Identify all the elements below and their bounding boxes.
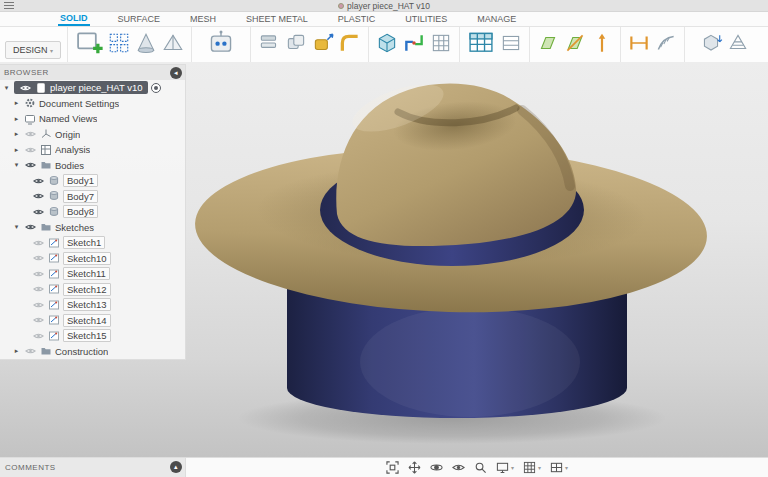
browser-item-body8[interactable]: Body8 bbox=[0, 204, 185, 220]
browser-item-construction[interactable]: ▸ Construction bbox=[0, 344, 185, 360]
tab-utilities[interactable]: UTILITIES bbox=[403, 12, 449, 26]
configuration-table-button[interactable] bbox=[466, 30, 496, 56]
folder-icon bbox=[40, 221, 52, 233]
design-workspace-dropdown[interactable]: DESIGN ▾ bbox=[5, 41, 61, 59]
combine-button[interactable] bbox=[284, 30, 308, 56]
browser-item-sketch13[interactable]: Sketch13 bbox=[0, 297, 185, 313]
visibility-eye-icon[interactable] bbox=[24, 146, 37, 154]
collapse-icon[interactable]: ▾ bbox=[12, 223, 21, 231]
press-pull-button[interactable] bbox=[311, 30, 335, 56]
browser-item-label: Construction bbox=[55, 346, 108, 357]
body-icon bbox=[48, 206, 60, 218]
visibility-eye-icon[interactable] bbox=[32, 192, 45, 200]
browser-item-document-settings[interactable]: ▸ Document Settings bbox=[0, 96, 185, 112]
browser-item-label: Sketch13 bbox=[63, 298, 111, 311]
joint-button[interactable] bbox=[402, 30, 426, 56]
bottom-bar: COMMENTS ▴ ▾ ▾ bbox=[0, 457, 768, 477]
configuration-list-button[interactable] bbox=[499, 30, 523, 56]
browser-item-sketch12[interactable]: Sketch12 bbox=[0, 282, 185, 298]
fusion-window: player piece_HAT v10 SOLID SURFACE MESH … bbox=[0, 0, 768, 477]
expand-icon[interactable]: ▸ bbox=[12, 130, 21, 138]
collapse-icon[interactable]: ▾ bbox=[12, 161, 21, 169]
browser-item-named-views[interactable]: ▸ Named Views bbox=[0, 111, 185, 127]
look-at-button[interactable] bbox=[452, 461, 465, 474]
tab-mesh[interactable]: MESH bbox=[188, 12, 218, 26]
orbit-button[interactable] bbox=[430, 461, 443, 474]
section-analysis-button[interactable] bbox=[654, 30, 678, 56]
visibility-eye-icon[interactable] bbox=[32, 239, 45, 247]
sketch-primitives-icon bbox=[107, 31, 131, 55]
browser-item-label: Body7 bbox=[63, 190, 98, 203]
visibility-eye-icon[interactable] bbox=[32, 316, 45, 324]
browser-item-sketch14[interactable]: Sketch14 bbox=[0, 313, 185, 329]
visibility-eye-icon[interactable] bbox=[32, 208, 45, 216]
sketch-primitives-button[interactable] bbox=[107, 30, 131, 56]
document-title-text: player piece_HAT v10 bbox=[347, 1, 430, 11]
new-component-button[interactable] bbox=[375, 30, 399, 56]
fit-view-button[interactable] bbox=[386, 461, 399, 474]
visibility-eye-icon[interactable] bbox=[32, 332, 45, 340]
cone-primitive-button[interactable] bbox=[134, 30, 158, 56]
pyramid-icon bbox=[161, 31, 185, 55]
visibility-eye-icon[interactable] bbox=[32, 285, 45, 293]
visibility-eye-icon[interactable] bbox=[19, 84, 32, 92]
automate-button[interactable] bbox=[206, 30, 236, 56]
browser-collapse-button[interactable]: ◂ bbox=[170, 67, 182, 79]
zoom-button[interactable] bbox=[474, 461, 487, 474]
browser-item-sketches[interactable]: ▾ Sketches bbox=[0, 220, 185, 236]
browser-item-origin[interactable]: ▸ Origin bbox=[0, 127, 185, 143]
collapse-icon[interactable]: ▾ bbox=[2, 84, 11, 92]
browser-item-sketch15[interactable]: Sketch15 bbox=[0, 328, 185, 344]
construct-plane-axis-button[interactable] bbox=[563, 30, 587, 56]
pyramid-primitive-button[interactable] bbox=[161, 30, 185, 56]
browser-item-analysis[interactable]: ▸ Analysis bbox=[0, 142, 185, 158]
browser-item-sketch11[interactable]: Sketch11 bbox=[0, 266, 185, 282]
browser-item-bodies[interactable]: ▾ Bodies bbox=[0, 158, 185, 174]
visibility-eye-icon[interactable] bbox=[24, 347, 37, 355]
create-sketch-button[interactable] bbox=[74, 30, 104, 56]
tab-surface[interactable]: SURFACE bbox=[116, 12, 163, 26]
visibility-eye-icon[interactable] bbox=[24, 161, 37, 169]
visibility-eye-icon[interactable] bbox=[24, 130, 37, 138]
activate-radio-icon[interactable] bbox=[151, 83, 161, 93]
sketch-icon bbox=[48, 252, 60, 264]
viewports-button[interactable]: ▾ bbox=[550, 461, 568, 474]
tab-plastic[interactable]: PLASTIC bbox=[336, 12, 378, 26]
pan-button[interactable] bbox=[408, 461, 421, 474]
expand-icon[interactable]: ▸ bbox=[12, 146, 21, 154]
config-list-icon bbox=[499, 31, 523, 55]
expand-icon[interactable]: ▸ bbox=[12, 99, 21, 107]
pattern-button[interactable] bbox=[429, 30, 453, 56]
visibility-eye-icon[interactable] bbox=[32, 301, 45, 309]
shell-button[interactable] bbox=[257, 30, 281, 56]
expand-icon[interactable]: ▸ bbox=[12, 347, 21, 355]
comments-panel[interactable]: COMMENTS ▴ bbox=[0, 458, 186, 477]
visibility-eye-icon[interactable] bbox=[32, 177, 45, 185]
tab-sheet-metal[interactable]: SHEET METAL bbox=[244, 12, 310, 26]
sketch-icon bbox=[48, 268, 60, 280]
comments-expand-button[interactable]: ▴ bbox=[170, 461, 182, 473]
browser-item-label: Named Views bbox=[39, 113, 97, 124]
visibility-eye-icon[interactable] bbox=[32, 254, 45, 262]
measure-button[interactable] bbox=[627, 30, 651, 56]
tab-manage[interactable]: MANAGE bbox=[475, 12, 518, 26]
browser-item-sketch1[interactable]: Sketch1 bbox=[0, 235, 185, 251]
browser-item-body1[interactable]: Body1 bbox=[0, 173, 185, 189]
fillet-button[interactable] bbox=[338, 30, 362, 56]
browser-item-sketch10[interactable]: Sketch10 bbox=[0, 251, 185, 267]
display-settings-button[interactable]: ▾ bbox=[496, 461, 514, 474]
construct-plane-button[interactable] bbox=[536, 30, 560, 56]
grid-settings-button[interactable]: ▾ bbox=[523, 461, 541, 474]
browser-item-root[interactable]: ▾ player piece_HAT v10 bbox=[0, 80, 185, 96]
insert-button[interactable] bbox=[699, 30, 723, 56]
insert-mesh-button[interactable] bbox=[726, 30, 750, 56]
active-document-pill[interactable]: player piece_HAT v10 bbox=[14, 81, 148, 94]
visibility-eye-icon[interactable] bbox=[24, 223, 37, 231]
browser-item-body7[interactable]: Body7 bbox=[0, 189, 185, 205]
comments-label: COMMENTS bbox=[5, 463, 56, 472]
ribbon-tabs: SOLID SURFACE MESH SHEET METAL PLASTIC U… bbox=[0, 12, 768, 27]
tab-solid[interactable]: SOLID bbox=[58, 12, 90, 26]
expand-icon[interactable]: ▸ bbox=[12, 115, 21, 123]
visibility-eye-icon[interactable] bbox=[32, 270, 45, 278]
construct-axis-button[interactable] bbox=[590, 30, 614, 56]
